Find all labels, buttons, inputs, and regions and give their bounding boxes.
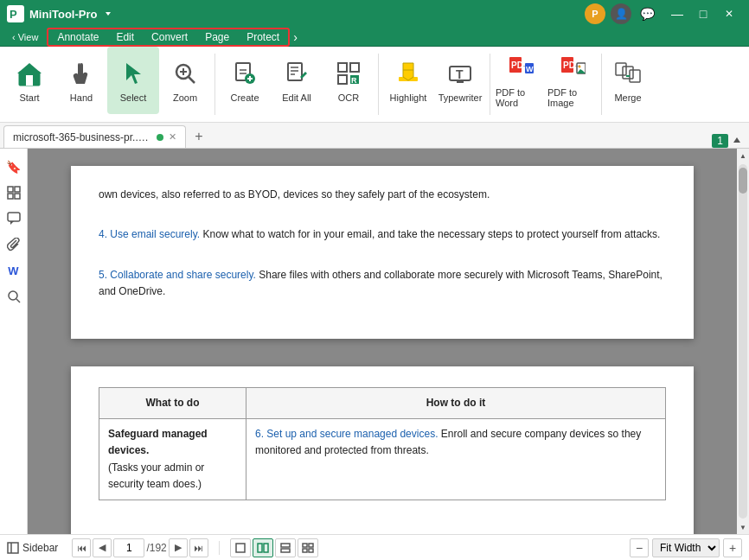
next-page-button[interactable]: ▶ (169, 538, 188, 557)
sidebar-icon (7, 542, 19, 554)
toolbar-sep-4 (601, 54, 602, 115)
app-logo: P (7, 5, 24, 22)
svg-rect-23 (338, 75, 347, 84)
svg-rect-64 (303, 549, 307, 552)
svg-rect-58 (258, 544, 262, 552)
item6-link: 6. Set up and secure managed devices. (255, 428, 438, 440)
svg-marker-6 (126, 63, 141, 84)
item4-text: Know what to watch for in your email, an… (203, 228, 661, 240)
nav-more[interactable]: › (290, 30, 301, 44)
svg-point-53 (9, 291, 17, 300)
svg-marker-2 (106, 12, 111, 16)
total-pages: /192 (146, 542, 166, 554)
svg-rect-49 (8, 194, 13, 199)
start-button[interactable]: Start (3, 47, 55, 114)
highlight-button[interactable]: Highlight (382, 47, 434, 114)
pdf-viewer: own devices, also referred to as BYOD, d… (28, 149, 737, 534)
main-content: 🔖 W own devices, also referred to as BYO… (0, 149, 749, 534)
chat-icon[interactable]: 💬 (637, 3, 657, 24)
menu-protect[interactable]: Protect (238, 29, 288, 45)
svg-rect-5 (26, 75, 33, 86)
create-button[interactable]: Create (219, 47, 271, 114)
page-input[interactable] (113, 538, 144, 557)
edit-all-button[interactable]: Edit All (271, 47, 323, 114)
window-controls[interactable]: — □ ✕ (664, 4, 742, 23)
hand-button[interactable]: Hand (55, 47, 107, 114)
toolbar-sep-2 (378, 54, 379, 115)
sidebar-toggle[interactable]: Sidebar (7, 542, 58, 554)
toolbar-sep-3 (490, 54, 490, 115)
item5-link: 5. Collaborate and share securely. (99, 269, 256, 281)
select-button[interactable]: Select (107, 47, 159, 114)
toolbar: Start Hand Select Zoom (0, 47, 749, 123)
sidebar-label: Sidebar (22, 542, 58, 554)
svg-rect-44 (630, 70, 640, 82)
user-icon[interactable]: 👤 (611, 3, 631, 24)
search-sidebar-icon[interactable] (3, 285, 25, 308)
scroll-down-button[interactable]: ▼ (737, 520, 749, 534)
svg-point-40 (579, 66, 581, 68)
first-page-button[interactable]: ⏮ (72, 538, 91, 557)
pages-icon[interactable] (3, 181, 25, 204)
pdf-tab[interactable]: microsoft-365-business-pr...pdf ✕ (3, 125, 186, 148)
dropdown-icon[interactable] (104, 10, 112, 18)
zoom-select[interactable]: Fit Width Fit Page 50% 75% 100% 125% 150… (652, 538, 720, 557)
ocr-button[interactable]: R OCR (323, 47, 374, 114)
svg-line-54 (16, 299, 20, 302)
attachment-icon[interactable] (3, 233, 25, 256)
scrollbar[interactable]: ▲ ▼ (737, 149, 749, 534)
two-col-view[interactable] (298, 538, 318, 557)
zoom-controls: − Fit Width Fit Page 50% 75% 100% 125% 1… (630, 538, 742, 557)
svg-marker-4 (17, 63, 42, 73)
scroll-thumb[interactable] (739, 168, 747, 194)
menu-edit[interactable]: Edit (107, 29, 143, 45)
item4-label: 4. Use email securely. (99, 228, 200, 240)
page1-item5: 5. Collaborate and share securely. Share… (99, 267, 666, 300)
tab-close-icon[interactable]: ✕ (169, 131, 176, 143)
word-icon[interactable]: W (3, 259, 25, 282)
status-bar: Sidebar ⏮ ◀ /192 ▶ ⏭ − Fit Width Fit Pag… (0, 534, 749, 560)
row1-col1: Safeguard managed devices. (Tasks your a… (99, 419, 246, 500)
zoom-button[interactable]: Zoom (159, 47, 211, 114)
single-page-view[interactable] (230, 538, 251, 557)
zoom-in-button[interactable]: + (723, 538, 742, 557)
pdf-to-word-button[interactable]: PDF → W PDF to Word (494, 47, 546, 114)
svg-text:W: W (526, 65, 534, 73)
typewriter-button[interactable]: T Typewriter (434, 47, 486, 114)
close-button[interactable]: ✕ (716, 4, 742, 23)
svg-rect-62 (303, 544, 307, 547)
view-buttons (230, 538, 318, 557)
menu-highlighted-group: Annotate Edit Convert Page Protect (47, 28, 290, 47)
nav-prev[interactable]: ‹ View (3, 30, 47, 44)
pdf-to-image-button[interactable]: PDF → PDF to Image (546, 47, 598, 114)
scroll-track (739, 164, 747, 519)
item6-label: 6. Set up and secure managed devices. (255, 428, 438, 440)
merge-button[interactable]: Merge (605, 47, 650, 114)
svg-rect-65 (309, 549, 313, 552)
scroll-view[interactable] (275, 538, 296, 557)
new-tab-button[interactable]: + (188, 125, 210, 148)
scroll-up-button[interactable]: ▲ (737, 149, 749, 162)
svg-rect-42 (616, 63, 626, 75)
bookmark-icon[interactable]: 🔖 (3, 156, 25, 178)
svg-rect-50 (15, 194, 20, 199)
menu-convert[interactable]: Convert (143, 29, 196, 45)
maximize-button[interactable]: □ (690, 4, 716, 23)
double-page-view[interactable] (253, 538, 273, 557)
comment-icon[interactable] (3, 207, 25, 230)
toolbar-sep-1 (214, 54, 215, 115)
menu-annotate[interactable]: Annotate (48, 29, 107, 45)
page1-item4: 4. Use email securely. Know what to watc… (99, 226, 666, 243)
svg-rect-47 (8, 187, 13, 192)
prev-page-button[interactable]: ◀ (93, 538, 112, 557)
svg-rect-59 (264, 544, 268, 552)
scroll-up-arrow[interactable] (732, 136, 742, 146)
sidebar-panel: 🔖 W (0, 149, 28, 534)
profile-circle[interactable]: P (585, 3, 605, 24)
minimize-button[interactable]: — (664, 4, 690, 23)
last-page-button[interactable]: ⏭ (189, 538, 208, 557)
svg-rect-51 (8, 213, 20, 221)
menu-page[interactable]: Page (196, 29, 238, 45)
col1-header: What to do (99, 388, 246, 419)
zoom-out-button[interactable]: − (630, 538, 649, 557)
